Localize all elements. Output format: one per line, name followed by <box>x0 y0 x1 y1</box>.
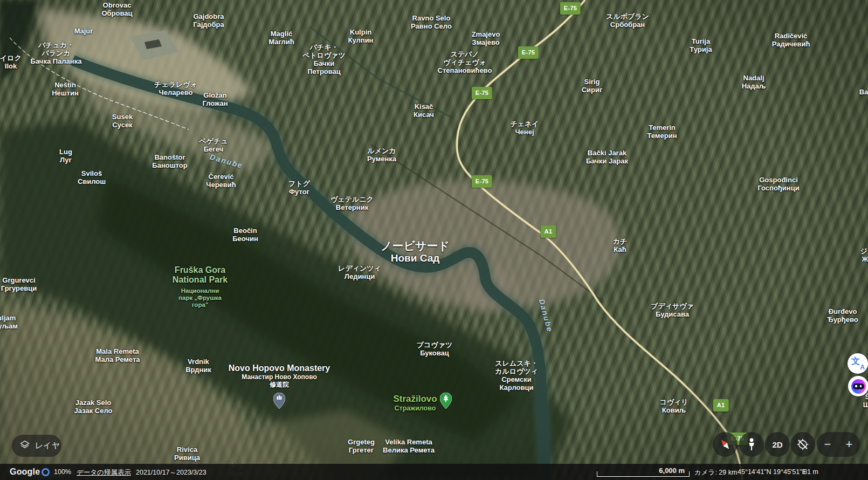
map-label: Novo Hopovo MonasteryМанастир Ново Хопов… <box>229 364 330 388</box>
map-label: Ravno SeloРавно Село <box>411 14 452 30</box>
pegman-icon <box>745 437 758 451</box>
compass-off-icon <box>796 437 810 451</box>
google-earth-map-view[interactable]: ObrovacОбровацGajdobraГајдобраMajurバチュカ・… <box>0 0 868 480</box>
street-view-pegman-button[interactable] <box>739 432 764 457</box>
map-label: ZmajevoЗмајево <box>472 30 500 46</box>
map-label: スルボブランСрбобран <box>606 12 649 29</box>
assistant-button[interactable] <box>848 376 868 396</box>
terrain-elevation: 81 m <box>803 468 818 476</box>
map-label: GospođinciГоспођинци <box>757 176 799 192</box>
translate-button[interactable]: 文 A <box>848 353 868 374</box>
map-label: GrgetegГргетег <box>348 438 375 454</box>
map-label: ブコヴァツБуковац <box>417 341 453 357</box>
river-label: Danube <box>209 153 244 170</box>
2d-label: 2D <box>772 440 782 449</box>
camera-altitude: カメラ: 29 km <box>694 468 737 477</box>
gyroscope-off-button[interactable] <box>790 432 815 457</box>
map-label: カチКаћ <box>613 237 628 253</box>
map-label: Ва <box>859 88 868 96</box>
map-label: RadičevićРадичевић <box>772 32 810 48</box>
map-label: コヴィリКовиљ <box>659 398 688 414</box>
map-label: Bački JarakБачки Јарак <box>586 149 628 165</box>
map-label: VrdnikВрдник <box>185 358 211 374</box>
map-label: KisačКисач <box>414 102 434 119</box>
map-label: BanoštorБаноштор <box>152 153 187 169</box>
map-label: Jazak SeloЈазак Село <box>74 399 113 415</box>
map-label: Fruška GoraNational ParkНационалнипарк „… <box>173 265 228 308</box>
map-label: GajdobraГајдобра <box>193 12 224 29</box>
zoom-in-button[interactable]: + <box>844 438 855 450</box>
translate-icon: 文 <box>851 356 860 367</box>
map-label: ヴェテルニクВетерник <box>330 195 374 211</box>
road-badge-a1: A1 <box>541 225 556 238</box>
google-logo: Google <box>10 467 40 477</box>
map-label: SvilošСвилош <box>78 169 106 186</box>
monastery-pin[interactable] <box>273 393 285 411</box>
map-label: バチュカ・バランカБачка Паланка <box>31 41 82 65</box>
cursor-coordinates: 45°14'41"N 19°45'51"E <box>738 468 807 476</box>
road-badge-e-75: E-75 <box>518 46 539 59</box>
road-badge-e-75: E-75 <box>472 87 492 99</box>
map-label: ベゲチュБегеч <box>199 137 228 153</box>
layers-button[interactable]: レイヤ <box>12 435 61 457</box>
compass-button[interactable] <box>713 432 738 457</box>
map-label: ObrovacОбровац <box>101 1 132 17</box>
map-label: Majur <box>74 27 93 35</box>
map-label: ブディサヴァБудисава <box>651 302 694 318</box>
data-attribution-link[interactable]: データの帰属表示 <box>77 468 131 477</box>
map-label: ĐurđevoЂурђево <box>827 307 858 324</box>
map-label: フトグФутог <box>288 180 310 196</box>
map-label: ŠuljamШуљам <box>0 314 18 330</box>
zoom-controls: − + <box>817 432 860 457</box>
map-label: ノービサードНови Сад <box>381 239 450 264</box>
map-label: TurijaТурија <box>690 37 712 53</box>
map-label: Mala RemetaМала Ремета <box>95 347 140 364</box>
map-label: ČerevićЧеревић <box>206 173 236 189</box>
map-label: レディンツィЛединци <box>338 264 381 280</box>
map-label: BeočinБеочин <box>232 227 258 243</box>
map-label: NeštinНештин <box>52 81 79 97</box>
map-label: ジャバリЖабаљ <box>860 247 868 263</box>
map-label: NadaljНадаљ <box>742 74 766 90</box>
map-label: StražilovoСтражилово <box>393 394 437 413</box>
map-label: ルメンカРуменка <box>367 147 396 163</box>
map-label: GložanГложан <box>202 91 228 107</box>
map-label: SusekСусек <box>112 113 133 129</box>
map-label: KulpinКулпин <box>348 28 374 44</box>
map-label: チェネイЧенеј <box>510 120 539 136</box>
status-bar: Google 100% データの帰属表示 2021/10/17～2023/3/2… <box>0 464 868 480</box>
road-badge-e-75: E-75 <box>472 175 492 188</box>
2d-view-button[interactable]: 2D <box>765 432 790 457</box>
map-label: イロクIlok <box>0 54 22 70</box>
map-label: LugЛуг <box>59 148 72 164</box>
assistant-icon <box>851 379 866 394</box>
map-label: Velika RemetaВелика Ремета <box>383 438 435 454</box>
map-labels-layer: ObrovacОбровацGajdobraГајдобраMajurバチュカ・… <box>0 0 868 480</box>
map-label: ŠajkašШајкаш <box>863 393 868 409</box>
map-label: ステパノヴィチェヴォСтепановићево <box>438 50 492 74</box>
map-label: バチキ・ペトロヴァツБачкиПетровац <box>302 43 346 76</box>
layers-icon <box>19 439 31 452</box>
stream-percent: 100% <box>54 468 71 476</box>
imagery-date-range: 2021/10/17～2023/3/23 <box>136 468 206 477</box>
river-label: Danube <box>538 298 554 333</box>
map-label: TemerinТемерин <box>647 124 677 140</box>
map-label: MaglićМаглић <box>268 30 294 46</box>
scale-label: 6,000 m <box>659 467 685 475</box>
map-label: SirigСириг <box>582 78 603 94</box>
road-badge-a1: A1 <box>713 399 729 412</box>
compass-needle-icon <box>718 437 733 452</box>
scale-bar: 6,000 m <box>597 471 690 477</box>
map-label: スレムスキ・カルロヴツィСремскиКарловци <box>495 359 538 392</box>
streaming-progress-ring <box>42 468 50 476</box>
map-label: RivicaРивица <box>174 445 200 462</box>
park-tree-pin[interactable] <box>440 393 452 411</box>
map-label: GrgurevciГргуревци <box>1 276 37 292</box>
layers-label: レイヤ <box>35 441 60 451</box>
map-label: チェラレヴォЧеларево <box>154 80 197 97</box>
road-badge-e-75: E-75 <box>560 2 581 15</box>
zoom-out-button[interactable]: − <box>822 438 833 450</box>
